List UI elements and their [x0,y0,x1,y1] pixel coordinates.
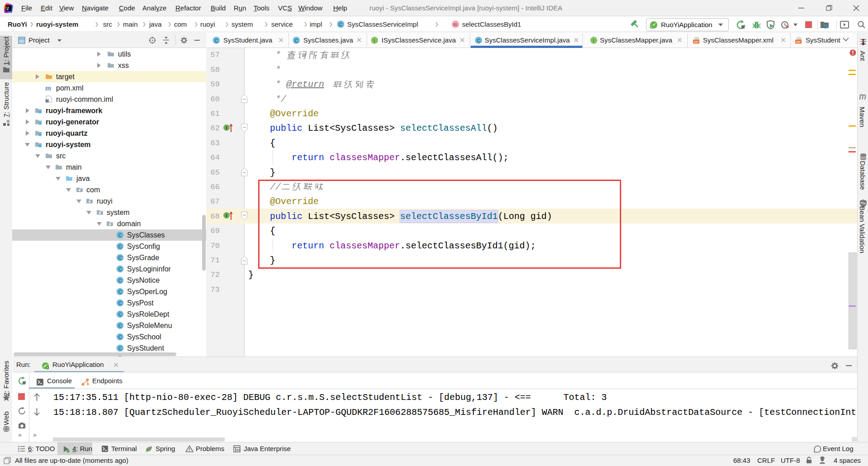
svg-text:I: I [593,38,594,43]
svg-text:<>: <> [796,40,801,44]
svg-text:C: C [339,22,343,27]
svg-text:I: I [226,213,227,218]
svg-text:C: C [118,289,122,295]
svg-text:C: C [118,233,122,238]
svg-text:C: C [215,38,218,43]
svg-text:C: C [118,244,122,249]
svg-text:m: m [45,84,51,91]
svg-text:m: m [453,22,458,27]
svg-text:I: I [226,125,227,130]
svg-text:C: C [118,300,122,306]
svg-text:I: I [374,38,375,43]
svg-text:IJ: IJ [6,6,9,9]
svg-text:C: C [118,266,122,272]
svg-text:C: C [118,323,122,328]
svg-text:C: C [118,278,122,283]
svg-text:IML: IML [46,100,50,102]
svg-text:C: C [295,38,298,43]
svg-text:EE: EE [236,448,241,452]
svg-text:<>: <> [694,40,698,44]
svg-text:C: C [477,38,481,43]
svg-text:C: C [118,312,122,317]
svg-text:C: C [118,346,122,351]
svg-text:C: C [118,255,122,261]
svg-text:C: C [118,334,122,340]
